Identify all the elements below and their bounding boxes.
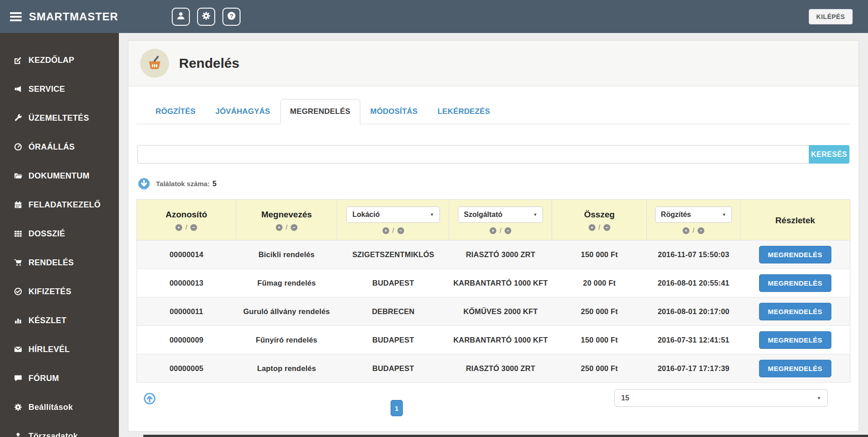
cell-amount: 20 000 Ft bbox=[552, 269, 647, 297]
cell-action: MEGRENDELÉS bbox=[740, 354, 850, 383]
sort-desc-icon[interactable] bbox=[291, 224, 297, 231]
sort-controls: / bbox=[140, 224, 233, 231]
sort-desc-icon[interactable] bbox=[397, 227, 404, 234]
help-button[interactable]: ? bbox=[222, 8, 241, 26]
order-action-button[interactable]: MEGRENDELÉS bbox=[759, 331, 831, 349]
envelope-icon bbox=[14, 345, 23, 353]
search-button[interactable]: KERESÉS bbox=[809, 145, 849, 164]
sort-asc-icon[interactable] bbox=[382, 227, 389, 234]
tab-3[interactable]: MEGRENDELÉS bbox=[280, 99, 361, 124]
sidebar-item-3[interactable]: ÜZEMELTETÉS bbox=[0, 103, 119, 132]
sidebar: KEZDŐLAPSERVICEÜZEMELTETÉSÓRAÁLLÁSDOKUME… bbox=[0, 33, 119, 437]
sort-desc-icon[interactable] bbox=[698, 227, 704, 234]
question-icon: ? bbox=[227, 11, 236, 22]
sidebar-item-6[interactable]: FELADATKEZELŐ bbox=[0, 190, 119, 219]
filter-select-value: Rögzítés bbox=[661, 211, 691, 219]
main-content: Rendelés RÖGZÍTÉSJÓVÁHAGYÁSMEGRENDELÉSMÓ… bbox=[119, 33, 868, 437]
topbar-icon-group: ? bbox=[172, 8, 241, 26]
sidebar-item-13[interactable]: Beállítások bbox=[0, 393, 119, 422]
scroll-top-icon[interactable] bbox=[144, 393, 156, 404]
sort-controls: / bbox=[452, 227, 549, 234]
chevron-down-icon: ▼ bbox=[817, 396, 821, 400]
page-size-value: 15 bbox=[621, 394, 629, 402]
sidebar-item-11[interactable]: HÍRLEVÉL bbox=[0, 335, 119, 364]
sort-separator: / bbox=[185, 224, 187, 231]
sort-asc-icon[interactable] bbox=[175, 224, 182, 231]
check-circle-icon bbox=[14, 287, 23, 296]
sidebar-item-10[interactable]: KÉSZLET bbox=[0, 306, 119, 335]
order-action-button[interactable]: MEGRENDELÉS bbox=[759, 303, 831, 320]
order-action-button[interactable]: MEGRENDELÉS bbox=[759, 360, 831, 377]
cell-recorded: 2016-07-31 12:41:51 bbox=[647, 326, 741, 354]
sidebar-item-5[interactable]: DOKUMENTUM bbox=[0, 161, 119, 190]
sort-separator: / bbox=[286, 224, 288, 231]
cell-id: 00000009 bbox=[137, 326, 236, 354]
pagination-page-button[interactable]: 1 bbox=[391, 400, 403, 416]
sidebar-item-2[interactable]: SERVICE bbox=[0, 75, 119, 103]
tab-4[interactable]: MÓDOSÍTÁS bbox=[360, 99, 428, 124]
sort-controls: / bbox=[340, 227, 446, 234]
menu-icon[interactable] bbox=[10, 12, 22, 21]
gear-icon bbox=[202, 11, 211, 22]
tab-5[interactable]: LEKÉRDEZÉS bbox=[428, 99, 500, 124]
sidebar-item-4[interactable]: ÓRAÁLLÁS bbox=[0, 132, 119, 161]
cell-id: 00000005 bbox=[137, 354, 236, 383]
column-header-7: Részletek bbox=[740, 200, 850, 240]
cell-recorded: 2016-07-17 17:17:39 bbox=[647, 354, 741, 383]
order-action-button[interactable]: MEGRENDELÉS bbox=[759, 274, 831, 292]
cell-provider: RIASZTÓ 3000 ZRT bbox=[449, 354, 552, 383]
sidebar-item-label: DOSSZIÉ bbox=[28, 229, 65, 239]
sidebar-item-8[interactable]: RENDELÉS bbox=[0, 248, 119, 277]
sidebar-item-label: Beállítások bbox=[28, 403, 73, 412]
filter-select-value: Lokáció bbox=[352, 211, 379, 219]
sort-asc-icon[interactable] bbox=[490, 227, 496, 234]
sidebar-item-label: KÉSZLET bbox=[28, 316, 66, 325]
sidebar-item-7[interactable]: DOSSZIÉ bbox=[0, 219, 119, 248]
sidebar-item-12[interactable]: FÓRUM bbox=[0, 364, 119, 393]
sidebar-item-label: Törzsadatok bbox=[28, 432, 78, 437]
sidebar-item-label: KIFIZETÉS bbox=[28, 287, 71, 296]
user-icon bbox=[14, 432, 23, 437]
cell-name: Guruló állvány rendelés bbox=[236, 297, 337, 326]
column-label: Részletek bbox=[743, 216, 847, 226]
page-title: Rendelés bbox=[179, 56, 239, 71]
sidebar-item-1[interactable]: KEZDŐLAP bbox=[0, 46, 119, 75]
sort-desc-icon[interactable] bbox=[604, 224, 610, 231]
sort-asc-icon[interactable] bbox=[589, 224, 595, 231]
search-input[interactable] bbox=[137, 145, 809, 164]
tab-1[interactable]: RÖGZÍTÉS bbox=[146, 99, 206, 124]
user-button[interactable] bbox=[172, 8, 190, 26]
order-action-button[interactable]: MEGRENDELÉS bbox=[759, 246, 831, 263]
filter-select[interactable]: Lokáció▼ bbox=[346, 207, 440, 223]
table-row-1: 00000014Bicikli rendelésSZIGETSZENTMIKLÓ… bbox=[137, 240, 850, 269]
search-row: KERESÉS bbox=[137, 145, 850, 164]
sidebar-item-label: DOKUMENTUM bbox=[28, 171, 90, 181]
sidebar-item-label: RENDELÉS bbox=[28, 258, 74, 268]
sort-asc-icon[interactable] bbox=[683, 227, 689, 234]
sort-desc-icon[interactable] bbox=[190, 224, 197, 231]
cell-action: MEGRENDELÉS bbox=[740, 269, 850, 297]
cell-amount: 150 000 Ft bbox=[552, 240, 647, 269]
sidebar-item-14[interactable]: Törzsadatok bbox=[0, 422, 119, 437]
sidebar-item-label: HÍRLEVÉL bbox=[28, 345, 70, 354]
logout-button[interactable]: KILÉPÉS bbox=[809, 9, 853, 24]
comment-icon bbox=[14, 374, 23, 382]
sort-separator: / bbox=[500, 227, 501, 234]
cell-location: BUDAPEST bbox=[337, 326, 449, 354]
collapse-circle-icon[interactable] bbox=[138, 178, 150, 189]
cell-location: BUDAPEST bbox=[337, 354, 449, 383]
sort-separator: / bbox=[599, 224, 600, 231]
sidebar-item-label: FELADATKEZELŐ bbox=[28, 200, 101, 210]
filter-select[interactable]: Rögzítés▼ bbox=[655, 207, 732, 223]
settings-button[interactable] bbox=[197, 8, 215, 26]
filter-select[interactable]: Szolgáltató▼ bbox=[458, 207, 543, 223]
page-size-select[interactable]: 15 ▼ bbox=[614, 389, 828, 407]
table-row-2: 00000013Fűmag rendelésBUDAPESTKARBANTART… bbox=[137, 269, 850, 297]
tab-2[interactable]: JÓVÁHAGYÁS bbox=[206, 99, 280, 124]
sort-asc-icon[interactable] bbox=[276, 224, 283, 231]
cell-recorded: 2016-08-01 20:55:41 bbox=[647, 269, 741, 297]
sort-desc-icon[interactable] bbox=[505, 227, 511, 234]
wrench-icon bbox=[14, 114, 23, 122]
sidebar-item-9[interactable]: KIFIZETÉS bbox=[0, 277, 119, 306]
table-row-5: 00000005Laptop rendelésBUDAPESTRIASZTÓ 3… bbox=[137, 354, 850, 383]
